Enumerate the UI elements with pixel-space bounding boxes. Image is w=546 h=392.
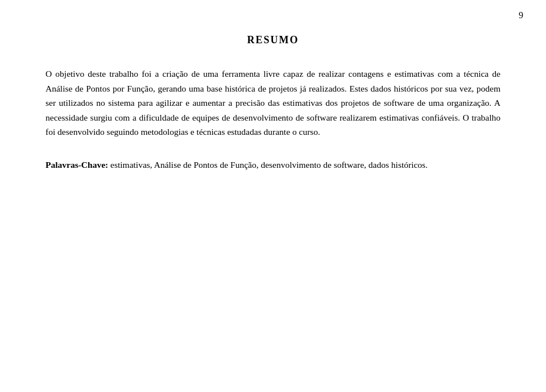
body-text: O objetivo deste trabalho foi a criação … bbox=[46, 67, 500, 172]
page-container: 9 RESUMO O objetivo deste trabalho foi a… bbox=[0, 0, 546, 392]
keywords-label: Palavras-Chave: bbox=[46, 160, 108, 170]
keywords-paragraph: Palavras-Chave: estimativas, Análise de … bbox=[46, 158, 500, 172]
page-title: RESUMO bbox=[46, 34, 500, 46]
page-number: 9 bbox=[519, 10, 523, 20]
main-paragraph: O objetivo deste trabalho foi a criação … bbox=[46, 67, 500, 139]
keywords-text: estimativas, Análise de Pontos de Função… bbox=[108, 160, 428, 170]
